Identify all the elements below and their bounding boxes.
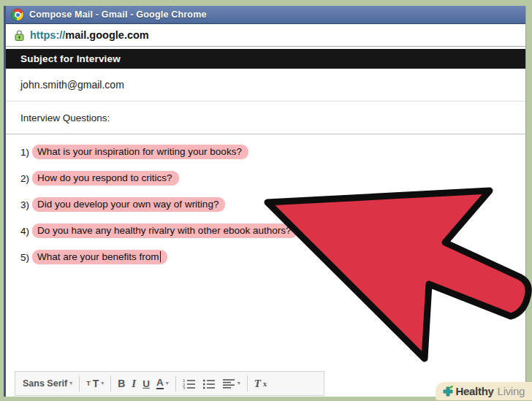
question-row: 1) What is your inspiration for writing …	[20, 139, 525, 165]
window-titlebar: Compose Mail - Gmail - Google Chrome	[6, 6, 525, 24]
underline-button[interactable]: U	[142, 378, 150, 389]
svg-text:3: 3	[183, 386, 186, 389]
toolbar-divider	[110, 375, 111, 392]
numbered-list-icon: 1 2 3	[183, 378, 196, 389]
subject-bar: Subject for Interview	[6, 49, 525, 69]
question-text-highlighted: Do you have any healthy rivalry with oth…	[32, 224, 297, 238]
question-text-highlighted: What is your inspiration for writing you…	[32, 145, 248, 159]
url-text[interactable]: https://mail.google.com	[30, 29, 149, 41]
chevron-down-icon: ▾	[69, 381, 72, 386]
question-number: 1)	[20, 147, 29, 158]
italic-button[interactable]: I	[132, 378, 136, 390]
chevron-down-icon: ▾	[101, 381, 104, 386]
question-row: 5) What are your benefits from	[20, 244, 525, 270]
brand-name-light: Living	[498, 385, 525, 397]
window-title: Compose Mail - Gmail - Google Chrome	[29, 9, 207, 20]
remove-formatting-button[interactable]: Tx	[254, 378, 267, 390]
toolbar-divider	[79, 375, 80, 392]
toolbar-divider	[247, 375, 248, 392]
url-host: mail.google.com	[65, 29, 148, 41]
screenshot-frame: Compose Mail - Gmail - Google Chrome htt…	[0, 0, 532, 401]
brand-name-bold: Healthy	[456, 385, 494, 397]
question-row: 4) Do you have any healthy rivalry with …	[20, 218, 525, 244]
question-number: 4)	[20, 226, 29, 237]
compose-body[interactable]: 1) What is your inspiration for writing …	[6, 134, 525, 270]
text-cursor	[160, 251, 162, 262]
font-family-selector[interactable]: Sans Serif ▾	[23, 378, 72, 389]
url-scheme: https://	[30, 29, 65, 41]
question-text-highlighted: How do you respond to critics?	[32, 171, 179, 186]
question-text-highlighted: What are your benefits from	[32, 250, 167, 264]
bulleted-list-button[interactable]	[202, 378, 216, 389]
question-row: 2) How do you respond to critics?	[20, 165, 525, 191]
address-bar[interactable]: https://mail.google.com	[6, 24, 525, 47]
question-number: 5)	[20, 252, 29, 263]
healthy-living-watermark: Healthy Living	[436, 382, 532, 400]
question-number: 2)	[20, 173, 29, 184]
align-icon	[222, 378, 235, 389]
browser-window: Compose Mail - Gmail - Google Chrome htt…	[4, 6, 526, 397]
bulleted-list-icon	[202, 378, 216, 389]
question-number: 3)	[20, 199, 29, 210]
intro-text: Interview Questions:	[20, 112, 110, 123]
secure-lock-icon	[15, 30, 24, 41]
chevron-down-icon: ▾	[238, 381, 240, 386]
align-button[interactable]: ▾	[222, 378, 240, 389]
question-row: 3) Did you develop your own way of writi…	[20, 191, 525, 218]
bold-button[interactable]: B	[118, 378, 125, 389]
body-intro-row[interactable]: Interview Questions:	[6, 102, 525, 134]
chevron-down-icon: ▾	[166, 381, 169, 386]
subject-text: Subject for Interview	[20, 53, 121, 64]
question-text-highlighted: Did you develop your own way of writing?	[32, 197, 225, 212]
formatting-toolbar: Sans Serif ▾ TT ▾ B I U A ▾ 1 2 3	[15, 371, 324, 396]
text-color-button[interactable]: A ▾	[156, 378, 169, 390]
toolbar-divider	[175, 375, 176, 392]
numbered-list-button[interactable]: 1 2 3	[183, 378, 196, 389]
font-size-button[interactable]: TT ▾	[86, 378, 104, 389]
recipient-email: john.smith@gmail.com	[20, 79, 124, 91]
healthy-living-plus-icon	[441, 385, 455, 398]
chrome-logo-icon	[12, 9, 23, 20]
recipient-field[interactable]: john.smith@gmail.com	[6, 69, 525, 102]
